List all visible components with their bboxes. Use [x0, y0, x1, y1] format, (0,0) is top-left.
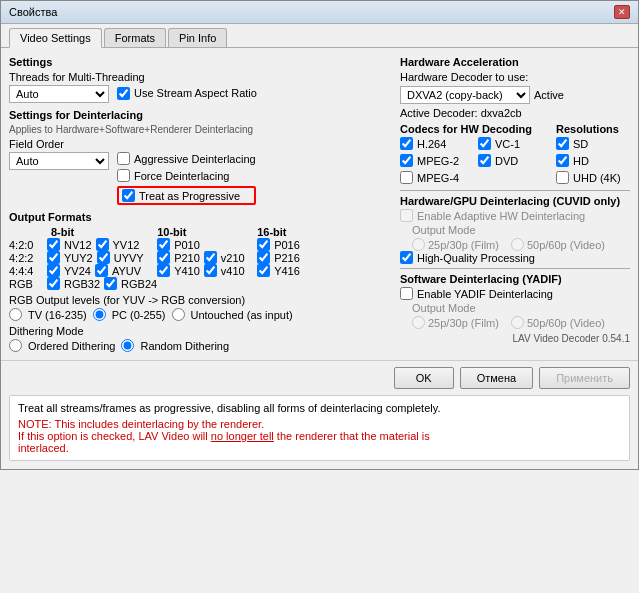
uhd-checkbox[interactable] — [556, 171, 569, 184]
yadif-output-label: Output Mode — [412, 302, 630, 314]
sd-checkbox[interactable] — [556, 137, 569, 150]
y416-checkbox[interactable] — [257, 264, 270, 277]
cuvid-output-mode: Output Mode 25p/30p (Film) 50p/60p (Vide… — [400, 224, 630, 251]
p010-checkbox[interactable] — [157, 238, 170, 251]
cancel-button[interactable]: Отмена — [460, 367, 533, 389]
h264-checkbox[interactable] — [400, 137, 413, 150]
rgb-levels-radios: TV (16-235) PC (0-255) Untouched (as inp… — [9, 308, 392, 321]
active-decoder-label: Active Decoder: — [400, 107, 478, 119]
p016-checkbox[interactable] — [257, 238, 270, 251]
info-box: Treat all streams/frames as progressive,… — [9, 395, 630, 461]
enable-adaptive-label: Enable Adaptive HW Deinterlacing — [417, 210, 585, 222]
use-stream-aspect-checkbox[interactable] — [117, 87, 130, 100]
sd-row: SD — [556, 137, 630, 150]
rgb32-checkbox[interactable] — [47, 277, 60, 290]
yv24-checkbox[interactable] — [47, 264, 60, 277]
deinterlace-checkboxes: Aggressive Deinterlacing Force Deinterla… — [117, 152, 256, 205]
cuvid-50p-radio[interactable] — [511, 238, 524, 251]
pc-radio[interactable] — [93, 308, 106, 321]
mpeg4-checkbox[interactable] — [400, 171, 413, 184]
uyvy-checkbox[interactable] — [97, 251, 110, 264]
p210-checkbox[interactable] — [157, 251, 170, 264]
ok-button[interactable]: OK — [394, 367, 454, 389]
force-label: Force Deinterlacing — [134, 170, 229, 182]
format-cell: RGB32 RGB24 — [47, 277, 157, 290]
output-formats-section: Output Formats 8-bit 10-bit 16-bit — [9, 211, 392, 352]
settings-label: Settings — [9, 56, 392, 68]
format-label: 4:2:0 — [9, 238, 47, 251]
tab-video-settings[interactable]: Video Settings — [9, 28, 102, 48]
format-cell: Y410 v410 — [157, 264, 257, 277]
cuvid-50p-label: 50p/60p (Video) — [527, 239, 605, 251]
hw-decoder-row: DXVA2 (copy-back) Active — [400, 86, 630, 104]
button-row: OK Отмена Применить — [1, 360, 638, 395]
col-16bit: 16-bit — [257, 226, 327, 238]
hw-decoder-select[interactable]: DXVA2 (copy-back) — [400, 86, 530, 104]
yadif-50p-label: 50p/60p (Video) — [527, 317, 605, 329]
tab-bar: Video Settings Formats Pin Info — [1, 24, 638, 48]
threads-select[interactable]: Auto — [9, 85, 109, 103]
cuvid-25p-radio[interactable] — [412, 238, 425, 251]
enable-adaptive-checkbox[interactable] — [400, 209, 413, 222]
cuvid-output-label: Output Mode — [412, 224, 630, 236]
col-10bit: 10-bit — [157, 226, 257, 238]
codecs-grid: H.264 VC-1 SD MPEG-2 DVD HD MPEG-4 UHD (… — [400, 137, 630, 186]
mpeg2-checkbox[interactable] — [400, 154, 413, 167]
high-quality-checkbox[interactable] — [400, 251, 413, 264]
format-cell: YV24 AYUV — [47, 264, 157, 277]
field-order-select[interactable]: Auto — [9, 152, 109, 170]
left-panel: Settings Threads for Multi-Threading Aut… — [9, 56, 392, 352]
mpeg4-row: MPEG-4 — [400, 171, 474, 184]
rgb-levels-section: RGB Output levels (for YUV -> RGB conver… — [9, 294, 392, 321]
ayuv-checkbox[interactable] — [95, 264, 108, 277]
hw-accel-section: Hardware Acceleration Hardware Decoder t… — [400, 56, 630, 344]
aggressive-row: Aggressive Deinterlacing — [117, 152, 256, 165]
force-checkbox[interactable] — [117, 169, 130, 182]
hd-checkbox[interactable] — [556, 154, 569, 167]
v210-checkbox[interactable] — [204, 251, 217, 264]
random-dither-radio[interactable] — [121, 339, 134, 352]
v410-checkbox[interactable] — [204, 264, 217, 277]
close-button[interactable]: ✕ — [614, 5, 630, 19]
active-decoder-value: dxva2cb — [481, 107, 522, 119]
h264-row: H.264 — [400, 137, 474, 150]
aggressive-checkbox[interactable] — [117, 152, 130, 165]
treat-progressive-checkbox[interactable] — [122, 189, 135, 202]
yadif-output-radios: 25p/30p (Film) 50p/60p (Video) — [412, 316, 630, 329]
active-decoder-row: Active Decoder: dxva2cb — [400, 107, 630, 119]
dvd-checkbox[interactable] — [478, 154, 491, 167]
tab-formats[interactable]: Formats — [104, 28, 166, 47]
cuvid-output-radios: 25p/30p (Film) 50p/60p (Video) — [412, 238, 630, 251]
enable-yadif-row: Enable YADIF Deinterlacing — [400, 287, 630, 300]
yuy2-checkbox[interactable] — [47, 251, 60, 264]
dithering-label: Dithering Mode — [9, 325, 392, 337]
main-window: Свойства ✕ Video Settings Formats Pin In… — [0, 0, 639, 470]
treat-progressive-row: Treat as Progressive — [117, 186, 256, 205]
table-row: 4:2:2 YUY2 UYVY P210 v210 — [9, 251, 327, 264]
vc1-checkbox[interactable] — [478, 137, 491, 150]
yadif-50p-radio[interactable] — [511, 316, 524, 329]
format-label: RGB — [9, 277, 47, 290]
use-stream-aspect-row: Use Stream Aspect Ratio — [117, 87, 257, 100]
active-badge: Active — [534, 89, 564, 101]
yadif-25p-radio[interactable] — [412, 316, 425, 329]
info-note-text: NOTE: This includes deinterlacing by the… — [18, 418, 621, 454]
deinterlace-label: Settings for Deinterlacing — [9, 109, 392, 121]
tv-radio[interactable] — [9, 308, 22, 321]
format-label: 4:4:4 — [9, 264, 47, 277]
hw-accel-label: Hardware Acceleration — [400, 56, 630, 68]
enable-yadif-checkbox[interactable] — [400, 287, 413, 300]
tab-pin-info[interactable]: Pin Info — [168, 28, 227, 47]
ordered-dither-radio[interactable] — [9, 339, 22, 352]
yadif-label: Software Deinterlacing (YADIF) — [400, 273, 630, 285]
y410-checkbox[interactable] — [157, 264, 170, 277]
untouched-radio[interactable] — [172, 308, 185, 321]
cuvid-25p-label: 25p/30p (Film) — [428, 239, 499, 251]
p216-checkbox[interactable] — [257, 251, 270, 264]
nv12-checkbox[interactable] — [47, 238, 60, 251]
yadif-output-mode: Output Mode 25p/30p (Film) 50p/60p (Vide… — [400, 302, 630, 329]
rgb24-checkbox[interactable] — [104, 277, 117, 290]
apply-button[interactable]: Применить — [539, 367, 630, 389]
table-row: 4:2:0 NV12 YV12 P010 — [9, 238, 327, 251]
yv12-checkbox[interactable] — [96, 238, 109, 251]
